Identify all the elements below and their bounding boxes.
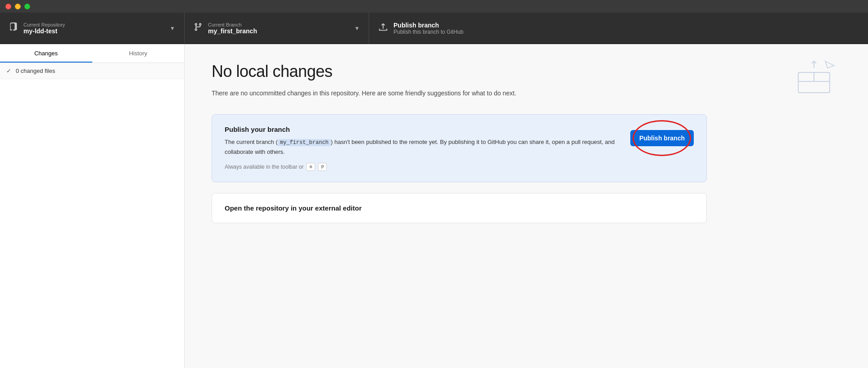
title-bar [0, 0, 868, 13]
publish-card-title: Publish your branch [225, 126, 619, 133]
close-button[interactable] [5, 4, 11, 9]
decorative-illustration [789, 57, 843, 99]
publish-branch-button[interactable]: Publish branch [630, 130, 694, 146]
toolbar: Current Repository my-ldd-test ▼ Current… [0, 13, 868, 44]
editor-card: Open the repository in your external edi… [212, 193, 707, 223]
branch-icon [194, 22, 203, 34]
main-heading: No local changes [212, 62, 841, 81]
repo-name: my-ldd-test [23, 27, 65, 35]
tab-history[interactable]: History [92, 44, 185, 63]
repo-text: Current Repository my-ldd-test [23, 22, 65, 35]
kbd-cmd: ⌘ [306, 163, 315, 171]
branch-text: Current Branch my_first_branch [208, 22, 257, 35]
publish-text: Publish branch Publish this branch to Gi… [393, 22, 463, 35]
checkbox-icon: ✓ [6, 67, 11, 74]
branch-label: Current Branch [208, 22, 257, 27]
publish-card-description: The current branch (my_first_branch) has… [225, 138, 619, 157]
main-subtitle: There are no uncommitted changes in this… [212, 88, 527, 98]
kbd-key: P [318, 163, 327, 171]
maximize-button[interactable] [24, 4, 30, 9]
publish-toolbar-label: Publish branch [393, 22, 463, 29]
publish-toolbar-section[interactable]: Publish branch Publish this branch to Gi… [369, 13, 868, 44]
tabs: Changes History [0, 44, 184, 63]
repo-label: Current Repository [23, 22, 65, 27]
publish-icon [378, 22, 388, 34]
minimize-button[interactable] [15, 4, 21, 9]
sidebar: Changes History ✓ 0 changed files [0, 44, 185, 368]
content-area: No local changes There are no uncommitte… [185, 44, 868, 368]
editor-card-title: Open the repository in your external edi… [225, 204, 694, 212]
repo-chevron-icon: ▼ [170, 25, 175, 31]
main-layout: Changes History ✓ 0 changed files [0, 44, 868, 368]
card-hint: Always available in the toolbar or ⌘ P [225, 163, 619, 171]
current-repo-section[interactable]: Current Repository my-ldd-test ▼ [0, 13, 185, 44]
changed-files-count: 0 changed files [16, 67, 55, 74]
publish-branch-card: Publish your branch The current branch (… [212, 114, 707, 182]
card-action: Publish branch [630, 126, 694, 151]
tab-changes[interactable]: Changes [0, 44, 92, 63]
publish-toolbar-sub: Publish this branch to GitHub [393, 29, 463, 35]
current-branch-section[interactable]: Current Branch my_first_branch ▼ [185, 13, 369, 44]
branch-code: my_first_branch [278, 139, 331, 146]
card-body: Publish your branch The current branch (… [225, 126, 619, 171]
branch-chevron-icon: ▼ [354, 25, 360, 31]
repo-icon [9, 22, 18, 34]
branch-name: my_first_branch [208, 27, 257, 35]
changed-files-row: ✓ 0 changed files [0, 63, 184, 79]
